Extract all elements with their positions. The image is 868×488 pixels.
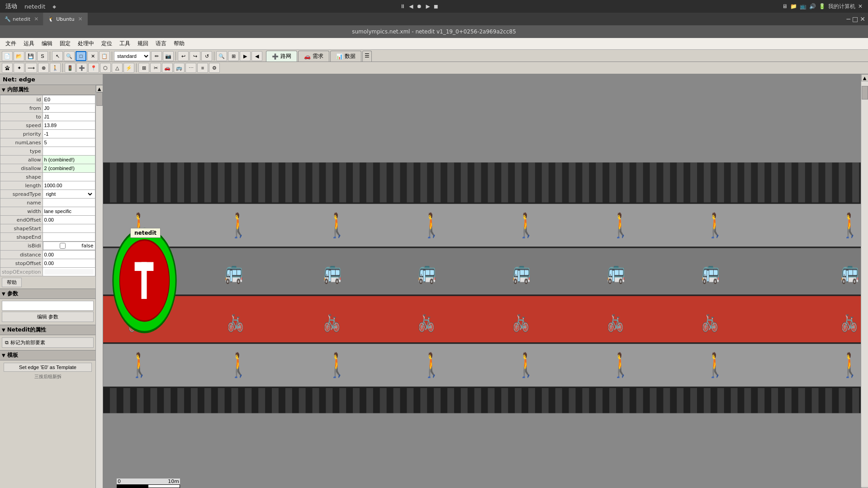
mark-front-btn[interactable]: ⧉ 标记为前部要素 xyxy=(2,337,94,348)
volume-icon[interactable]: 🔊 xyxy=(809,3,816,9)
attr-length-input[interactable] xyxy=(44,183,94,188)
canvas-vscroll[interactable]: ▲ ▼ xyxy=(861,74,868,488)
sys-tray-1[interactable]: 🖥 xyxy=(782,3,787,9)
sys-icon-4[interactable]: ▶ xyxy=(426,3,430,9)
tb-nav2[interactable]: ◀ xyxy=(251,51,262,61)
win-minimize[interactable]: ─ xyxy=(847,15,850,23)
tb2-poi[interactable]: 📍 xyxy=(88,63,99,73)
tb-style-select[interactable]: standard xyxy=(114,51,150,61)
attr-endoffset-input[interactable] xyxy=(44,217,94,223)
menu-help[interactable]: 帮助 xyxy=(170,39,188,48)
tb2-edit6[interactable]: ≡ xyxy=(197,63,208,73)
attr-distance-input[interactable] xyxy=(44,252,94,257)
tb-nav1[interactable]: ▶ xyxy=(240,51,251,61)
section-internal-attrs[interactable]: ▼ 内部属性 xyxy=(0,85,95,95)
help-button[interactable]: 帮助 xyxy=(2,278,22,287)
set-template-btn[interactable]: Set edge 'E0' as Template xyxy=(4,363,92,372)
attr-allow-input[interactable] xyxy=(44,157,94,162)
section-netedit-attrs[interactable]: ▼ Netedit的属性 xyxy=(0,325,95,335)
tab-ubuntu[interactable]: 🐧 Ubuntu ✕ xyxy=(43,13,87,25)
tb-zoom[interactable]: 🔍 xyxy=(64,51,75,61)
tb-redo[interactable]: ↪ xyxy=(190,51,200,61)
tab-road-network[interactable]: ➕ 路网 xyxy=(266,51,297,62)
section-template[interactable]: ▼ 模板 xyxy=(0,350,95,360)
tb2-edit2[interactable]: ✂ xyxy=(150,63,161,73)
tab-extra[interactable]: ☰ xyxy=(362,51,372,62)
sys-icon-3[interactable]: ⏺ xyxy=(417,3,422,9)
tb2-edit3[interactable]: 🚗 xyxy=(162,63,173,73)
attr-shape-input[interactable] xyxy=(44,174,94,180)
tb-save[interactable]: 💾 xyxy=(25,51,36,61)
activities-label[interactable]: 活动 xyxy=(5,2,17,10)
attr-width-input[interactable] xyxy=(44,208,94,214)
canvas-area[interactable]: 🚶 🚶 🚶 🚶 🚶 🚶 🚶 🚶 🚌 🚌 🚌 🚌 🚌 🚌 🚌 🚌 🚲 🚲 🚲 xyxy=(103,74,868,488)
canvas-vscroll-up[interactable]: ▲ xyxy=(861,74,868,81)
attr-stopoffset-input[interactable] xyxy=(44,261,94,266)
tb-undo2[interactable]: ↺ xyxy=(201,51,212,61)
tb-camera[interactable]: 📷 xyxy=(163,51,174,61)
tb2-crossing[interactable]: ⊗ xyxy=(38,63,49,73)
tb-cursor[interactable]: ↖ xyxy=(52,51,63,61)
tb-locate[interactable]: ⊞ xyxy=(228,51,239,61)
tb2-edit4[interactable]: 🚌 xyxy=(174,63,185,73)
tb-open[interactable]: 📂 xyxy=(14,51,24,61)
tb2-wire[interactable]: ⚡ xyxy=(123,63,134,73)
tab-demand[interactable]: 🚗 需求 xyxy=(298,51,329,62)
attr-numlanes-input[interactable] xyxy=(44,140,94,145)
tb-save-as[interactable]: S xyxy=(37,51,48,61)
tb2-road[interactable]: 🛣 xyxy=(2,63,13,73)
tab-data[interactable]: 📊 数据 xyxy=(330,51,361,62)
tb2-addlane[interactable]: ➕ xyxy=(76,63,87,73)
tb-undo[interactable]: ↩ xyxy=(178,51,189,61)
attr-type-input[interactable] xyxy=(44,148,94,154)
tb-new[interactable]: 📄 xyxy=(2,51,13,61)
tb2-poly[interactable]: ⬡ xyxy=(100,63,111,73)
tb2-traffic[interactable]: 🚦 xyxy=(65,63,76,73)
attr-isbidi-checkbox[interactable] xyxy=(45,243,81,249)
close-win-icon[interactable]: ✕ xyxy=(858,3,863,9)
battery-icon[interactable]: 🔋 xyxy=(819,3,825,9)
section-params[interactable]: ▼ 参数 xyxy=(0,289,95,299)
tb2-taz[interactable]: △ xyxy=(112,63,123,73)
menu-file[interactable]: 文件 xyxy=(2,39,20,48)
attr-speed-input[interactable] xyxy=(44,123,94,128)
sys-tray-2[interactable]: 📁 xyxy=(790,3,797,9)
tb2-edit1[interactable]: ⊞ xyxy=(138,63,149,73)
attr-from-input[interactable] xyxy=(44,105,94,111)
attr-spreadtype-select[interactable]: right center roadCenter xyxy=(44,191,94,197)
tb2-edit7[interactable]: ⚙ xyxy=(209,63,220,73)
tb2-walkingareas[interactable]: 🚶 xyxy=(50,63,61,73)
win-restore[interactable]: □ xyxy=(852,15,858,23)
ubuntu-tab-close[interactable]: ✕ xyxy=(78,16,83,22)
win-close[interactable]: ✕ xyxy=(860,15,865,23)
netedit-tab-close[interactable]: ✕ xyxy=(34,16,38,22)
tb2-connection[interactable]: ⟶ xyxy=(25,63,37,73)
tab-netedit[interactable]: 🔧 netedit ✕ xyxy=(0,13,43,25)
sys-icon-1[interactable]: ⏸ xyxy=(400,3,405,9)
attr-id-input[interactable] xyxy=(44,97,94,102)
menu-fix[interactable]: 固定 xyxy=(56,39,74,48)
attr-name-input[interactable] xyxy=(44,200,94,205)
attr-stopexception-input[interactable] xyxy=(44,269,94,275)
attr-shapestart-input[interactable] xyxy=(44,226,94,231)
menu-edit[interactable]: 编辑 xyxy=(38,39,56,48)
tb-select[interactable]: □ xyxy=(76,51,86,61)
canvas-vscroll-thumb[interactable] xyxy=(862,86,868,99)
params-input[interactable] xyxy=(2,301,94,311)
tb-delete[interactable]: ✕ xyxy=(87,51,98,61)
tb-search[interactable]: 🔍 xyxy=(216,51,227,61)
sys-icon-2[interactable]: ◀ xyxy=(409,3,413,9)
attr-priority-input[interactable] xyxy=(44,131,94,137)
sys-icon-5[interactable]: ◼ xyxy=(434,3,438,9)
tb-style-edit[interactable]: ✏ xyxy=(151,51,162,61)
menu-lang[interactable]: 语言 xyxy=(152,39,170,48)
menu-process[interactable]: 处理中 xyxy=(74,39,98,48)
menu-locate[interactable]: 定位 xyxy=(98,39,116,48)
edit-params-btn[interactable]: 编辑 参数 xyxy=(2,312,94,322)
attr-shapeend-input[interactable] xyxy=(44,234,94,240)
tb-copy[interactable]: 📋 xyxy=(99,51,110,61)
attr-to-input[interactable] xyxy=(44,114,94,119)
tb2-edit5[interactable]: ⋯ xyxy=(185,63,196,73)
attr-disallow-input[interactable] xyxy=(44,166,94,171)
sys-tray-3[interactable]: 📺 xyxy=(800,3,806,9)
